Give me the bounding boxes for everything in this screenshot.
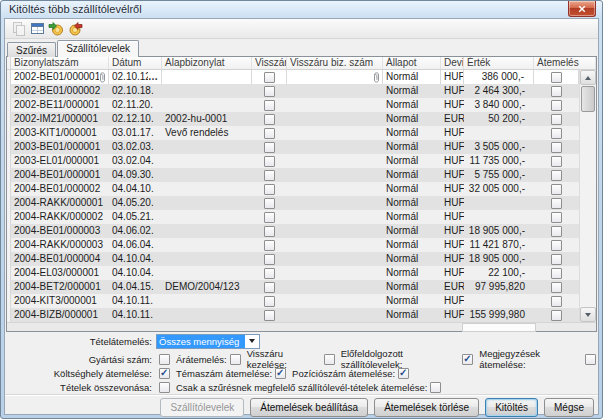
date-picker-button[interactable]: …	[148, 72, 158, 82]
column-header-atemeles[interactable]: Átemelés	[534, 57, 596, 69]
atemeles-checkbox[interactable]	[551, 86, 562, 97]
visszaru-checkbox[interactable]	[264, 128, 275, 139]
megjegyzesek-atemelese-checkbox[interactable]	[585, 354, 596, 365]
table-row[interactable]: 2004-RAKK/00000104.05.20.NormálHUF	[7, 196, 579, 210]
atemeles-checkbox[interactable]	[551, 72, 562, 83]
table-row[interactable]: 2004-BET2/00000104.04.15.DEMO/2004/123No…	[7, 280, 579, 294]
atemeles-checkbox[interactable]	[551, 156, 562, 167]
visszaru-checkbox[interactable]	[264, 170, 275, 181]
column-header-allapot[interactable]: Állapot	[383, 57, 441, 69]
table-row[interactable]: 2002-BE01/00000102.10.12.…NormálHUF386 0…	[7, 70, 579, 84]
visszaru-checkbox[interactable]	[264, 184, 275, 195]
cell-visszaru	[252, 112, 287, 126]
close-button[interactable]	[568, 1, 596, 17]
column-header-datum[interactable]: Dátum	[109, 57, 162, 69]
column-header-ertek[interactable]: Érték	[464, 57, 534, 69]
visszaru-checkbox[interactable]	[264, 142, 275, 153]
atemeles-checkbox[interactable]	[551, 254, 562, 265]
table-row[interactable]: 2004-BE01/00000304.06.02.NormálHUF18 905…	[7, 224, 579, 238]
scrollbar-thumb[interactable]	[581, 86, 595, 112]
table-row[interactable]: 2004-BE01/00000404.10.04.NormálHUF18 905…	[7, 252, 579, 266]
table-row[interactable]: 2002-IM21/00000102.12.10.2002-hu-0001Nor…	[7, 112, 579, 126]
table-row[interactable]: 2003-BE01/00000103.02.03.NormálHUF3 505 …	[7, 140, 579, 154]
column-header-alapbizonylat[interactable]: Alapbizonylat	[162, 57, 252, 69]
import-coin-icon[interactable]	[47, 20, 65, 37]
pozicioszam-atemelese-checkbox[interactable]	[398, 368, 409, 379]
table-row[interactable]: 2003-KIT1/00000103.01.17.Vevő rendelésNo…	[7, 126, 579, 140]
table-row[interactable]: 2004-BE01/00000204.04.10.NormálHUF32 005…	[7, 182, 579, 196]
visszaru-checkbox[interactable]	[264, 282, 275, 293]
visszaru-checkbox[interactable]	[264, 254, 275, 265]
app-window: Kitöltés több szállítólevélről SzűrésSzá…	[0, 0, 603, 419]
visszaru-checkbox[interactable]	[264, 268, 275, 279]
table-row[interactable]: 2002-BE11/00000102.11.20.NormálHUF3 840 …	[7, 98, 579, 112]
atemeles-checkbox[interactable]	[551, 226, 562, 237]
csak-szuresnek-megfelelo-checkbox[interactable]	[430, 382, 441, 393]
aratemeles-checkbox[interactable]	[230, 354, 241, 365]
cell-datum: 03.02.03.	[109, 140, 162, 154]
cell-visszaru-biz-szam	[287, 238, 383, 252]
atemeles-checkbox[interactable]	[551, 296, 562, 307]
table-row[interactable]: 2004-BE01/00000104.09.30.NormálHUF5 755 …	[7, 168, 579, 182]
copy-icon[interactable]	[9, 20, 27, 37]
visszaru-checkbox[interactable]	[264, 198, 275, 209]
visszaru-kezelese-checkbox[interactable]	[324, 354, 335, 365]
visszaru-checkbox[interactable]	[264, 72, 275, 83]
cell-visszaru-biz-szam	[287, 210, 383, 224]
table-row[interactable]: 2004-RAKK/00000304.06.04.NormálHUF11 421…	[7, 238, 579, 252]
atemeles-checkbox[interactable]	[551, 198, 562, 209]
atemeles-checkbox[interactable]	[551, 184, 562, 195]
export-coin-icon[interactable]	[66, 20, 84, 37]
tetelek-osszevonasa-checkbox[interactable]	[159, 382, 170, 393]
elofeldolgozott-szallitolevelek-checkbox[interactable]	[462, 354, 473, 365]
column-header-bizonylatszam[interactable]: Bizonylatszám	[11, 57, 109, 69]
chevron-down-icon[interactable]	[245, 335, 259, 348]
visszaru-checkbox[interactable]	[264, 86, 275, 97]
tetelatemeles-combobox[interactable]: Összes mennyiség	[156, 334, 260, 349]
atemeles-checkbox[interactable]	[551, 282, 562, 293]
visszaru-checkbox[interactable]	[264, 100, 275, 111]
atemeles-checkbox[interactable]	[551, 240, 562, 251]
visszaru-checkbox[interactable]	[264, 310, 275, 321]
atemeles-checkbox[interactable]	[551, 114, 562, 125]
atemeles-checkbox[interactable]	[551, 128, 562, 139]
table-row[interactable]: 2003-EL01/00000103.02.04.NormálHUF11 735…	[7, 154, 579, 168]
column-header-visszaru[interactable]: Visszáru	[252, 57, 287, 69]
atemeles-checkbox[interactable]	[551, 170, 562, 181]
tab-szallitolevelek[interactable]: Szállítólevelek	[57, 40, 139, 57]
atemeles-checkbox[interactable]	[551, 310, 562, 321]
atemeles-checkbox[interactable]	[551, 212, 562, 223]
visszaru-checkbox[interactable]	[264, 156, 275, 167]
kitoltes-button[interactable]: Kitöltés	[485, 398, 538, 417]
column-header-visszaru_biz_szam[interactable]: Visszáru biz. szám	[287, 57, 383, 69]
gyartasi-szam-checkbox[interactable]	[159, 354, 170, 365]
attachment-icon[interactable]	[99, 72, 106, 83]
table-row[interactable]: 2002-BE01/00000202.10.18.NormálHUF2 464 …	[7, 84, 579, 98]
temaszam-atemelese-checkbox[interactable]	[275, 368, 286, 379]
megse-button[interactable]: Mégse	[544, 398, 594, 417]
atemeles-checkbox[interactable]	[551, 100, 562, 111]
visszaru-checkbox[interactable]	[264, 114, 275, 125]
cell-visszaru-biz-szam	[287, 84, 383, 98]
atemelesek-beallitasa-button[interactable]: Átemelések beállítása	[250, 398, 368, 417]
vertical-scrollbar[interactable]	[579, 70, 596, 322]
visszaru-checkbox[interactable]	[264, 296, 275, 307]
table-row[interactable]: 2004-RAKK/00000204.05.21.NormálHUF	[7, 210, 579, 224]
scroll-up-button[interactable]	[580, 70, 596, 85]
szallitolevelek-button[interactable]: Szállítólevelek	[160, 398, 244, 417]
attachment-icon[interactable]	[373, 72, 380, 83]
atemeles-checkbox[interactable]	[551, 268, 562, 279]
visszaru-checkbox[interactable]	[264, 212, 275, 223]
table-row[interactable]: 2004-BIZB/00000104.10.11.NormálHUF155 99…	[7, 308, 579, 322]
tab-szures[interactable]: Szűrés	[7, 42, 56, 57]
table-row[interactable]: 2004-EL03/00000104.10.04.NormálHUF22 100…	[7, 266, 579, 280]
scroll-down-button[interactable]	[580, 307, 596, 322]
column-header-deviza[interactable]: Deviza	[441, 57, 464, 69]
visszaru-checkbox[interactable]	[264, 226, 275, 237]
atemelesek-torlese-button[interactable]: Átemelések törlése	[374, 398, 479, 417]
table-row[interactable]: 2004-KIT3/00000104.10.11.NormálHUF	[7, 294, 579, 308]
visszaru-checkbox[interactable]	[264, 240, 275, 251]
atemeles-checkbox[interactable]	[551, 142, 562, 153]
koltseghely-atemelese-checkbox[interactable]	[159, 368, 170, 379]
grid-view-icon[interactable]	[28, 20, 46, 37]
